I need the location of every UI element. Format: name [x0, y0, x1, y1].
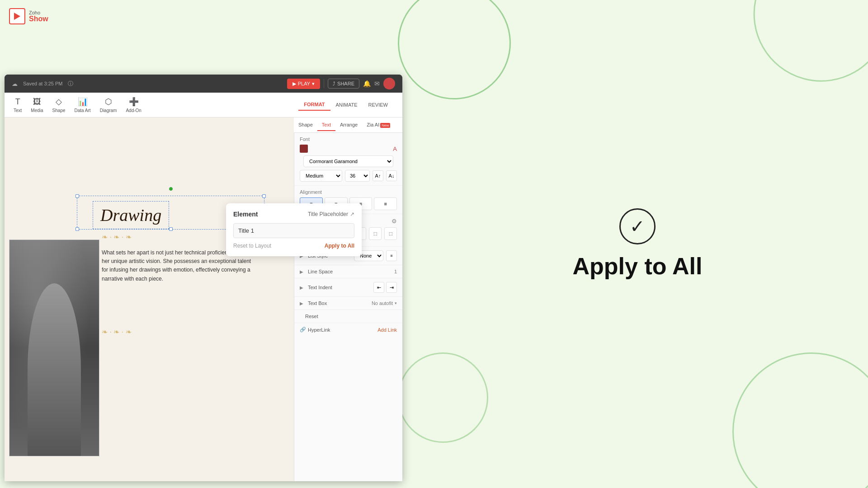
line-space-section[interactable]: ▶ Line Space 1: [294, 265, 402, 278]
slide-canvas: ❧ · ❧ · ❧ Drawing What sets her apart is…: [5, 117, 294, 481]
font-name-row: Cormorant Garamond: [300, 155, 397, 167]
share-icon: ⤴: [333, 81, 335, 86]
handle-tl[interactable]: [75, 194, 79, 198]
toolbar-diagram[interactable]: ⬡ Diagram: [100, 97, 117, 113]
popup-input-row: [233, 223, 354, 238]
direction-btn-3[interactable]: ⬚: [384, 227, 397, 240]
text-tool-icon: T: [15, 97, 20, 107]
diagram-tool-label: Diagram: [100, 108, 117, 113]
bell-icon[interactable]: 🔔: [363, 80, 371, 87]
text-indent-section[interactable]: ▶ Text Indent ⇤ ⇥: [294, 278, 402, 297]
mail-icon[interactable]: ✉: [374, 80, 380, 87]
share-label: SHARE: [337, 81, 354, 86]
popup-placeholder: Title Placeholder ↗: [308, 211, 354, 217]
font-size-select[interactable]: 36: [345, 170, 370, 182]
logo-show: Show: [29, 15, 48, 23]
indent-decrease-btn[interactable]: ⇤: [373, 282, 384, 293]
toolbar-shape[interactable]: ◇ Shape: [52, 97, 66, 113]
logo-icon: [9, 8, 25, 24]
media-tool-label: Media: [31, 108, 43, 113]
font-size-decrease[interactable]: A↓: [386, 170, 397, 181]
placeholder-label: Title Placeholder: [308, 211, 348, 217]
editor-window: ☁ Saved at 3:25 PM ⓘ ▶ PLAY ▾ ⤴ SHARE 🔔 …: [5, 75, 402, 481]
topbar-right: ▶ PLAY ▾ ⤴ SHARE 🔔 ✉: [287, 78, 395, 89]
avatar[interactable]: [383, 78, 395, 89]
text-box-section[interactable]: ▶ Text Box No autofit ▾: [294, 297, 402, 310]
popup-reset-button[interactable]: Reset to Layout: [233, 243, 271, 249]
indent-buttons: ⇤ ⇥: [373, 282, 397, 293]
feature-section: ✓ Apply to All: [407, 0, 868, 488]
font-name-select[interactable]: Cormorant Garamond: [303, 155, 393, 167]
toolbar-media[interactable]: 🖼 Media: [31, 97, 43, 113]
logo-zoho: Zoho: [29, 10, 48, 15]
tab-text[interactable]: Text: [317, 119, 335, 131]
tab-ziaai[interactable]: Zia AINew: [362, 119, 395, 131]
new-badge: New: [380, 123, 390, 128]
external-link-icon[interactable]: ↗: [350, 211, 354, 217]
reset-row: Reset: [294, 310, 402, 323]
info-icon: ⓘ: [68, 80, 73, 88]
shape-tool-icon: ◇: [56, 97, 62, 107]
slide-title[interactable]: Drawing: [93, 201, 169, 229]
font-color-picker[interactable]: [300, 145, 308, 153]
tab-format[interactable]: FORMAT: [298, 99, 330, 111]
text-box-label: Text Box: [308, 300, 327, 306]
toolbar: T Text 🖼 Media ◇ Shape 📊 Data Art ⬡ Diag…: [5, 93, 402, 117]
checkmark-icon: ✓: [630, 216, 645, 237]
font-section: Font A Cormorant Garamond Medium 36 A↑ A…: [294, 133, 402, 186]
align-justify-btn[interactable]: ≡: [374, 197, 397, 210]
dataart-tool-icon: 📊: [78, 97, 88, 107]
media-tool-icon: 🖼: [33, 97, 41, 107]
play-button[interactable]: ▶ PLAY ▾: [287, 79, 320, 89]
link-icon: 🔗: [300, 327, 306, 333]
share-button[interactable]: ⤴ SHARE: [328, 79, 359, 89]
diagram-tool-icon: ⬡: [105, 97, 112, 107]
direction-btn-2[interactable]: ⬚: [369, 227, 382, 240]
tab-arrange[interactable]: Arrange: [335, 119, 362, 131]
divider: [324, 79, 324, 88]
play-label: PLAY: [298, 81, 310, 86]
line-space-chevron-icon: ▶: [300, 269, 303, 274]
handle-bl[interactable]: [75, 227, 79, 231]
logo-text: Zoho Show: [29, 10, 48, 23]
topbar-left: ☁ Saved at 3:25 PM ⓘ: [12, 80, 73, 88]
popup-title: Element: [233, 211, 258, 218]
tab-animate[interactable]: ANIMATE: [330, 99, 363, 110]
handle-rotate[interactable]: [169, 187, 173, 191]
logo-play-icon: [14, 13, 20, 20]
indent-increase-btn[interactable]: ⇥: [386, 282, 397, 293]
reset-button[interactable]: Reset: [300, 312, 324, 321]
dataart-tool-label: Data Art: [75, 108, 91, 113]
addon-tool-icon: ➕: [129, 97, 139, 107]
direction-settings-icon[interactable]: ⚙: [392, 218, 397, 225]
tab-shape[interactable]: Shape: [294, 119, 317, 131]
shape-tool-label: Shape: [52, 108, 66, 113]
feature-title: Apply to All: [573, 253, 703, 279]
photo-figure: [28, 283, 81, 456]
font-weight-select[interactable]: Medium: [300, 170, 342, 182]
font-case-icon[interactable]: A: [393, 145, 397, 152]
list-style-btn[interactable]: ≡: [386, 250, 397, 261]
popup-actions: Reset to Layout Apply to All: [233, 243, 354, 249]
line-space-label: Line Space: [308, 269, 333, 274]
editor-topbar: ☁ Saved at 3:25 PM ⓘ ▶ PLAY ▾ ⤴ SHARE 🔔 …: [5, 75, 402, 93]
format-panel: Font A Cormorant Garamond Medium 36 A↑ A…: [294, 133, 402, 481]
font-section-label: Font: [300, 136, 397, 142]
element-name-input[interactable]: [233, 223, 354, 238]
saved-status: Saved at 3:25 PM: [23, 81, 62, 86]
handle-tr[interactable]: [262, 194, 266, 198]
font-size-increase[interactable]: A↑: [373, 170, 383, 181]
toolbar-dataart[interactable]: 📊 Data Art: [75, 97, 91, 113]
add-link-button[interactable]: Add Link: [377, 327, 397, 333]
line-space-value: 1: [394, 269, 397, 274]
popup-apply-button[interactable]: Apply to All: [325, 243, 354, 249]
text-box-value: No autofit: [372, 300, 393, 306]
handle-bm[interactable]: [169, 227, 173, 231]
addon-tool-label: Add-On: [126, 108, 141, 113]
toolbar-addon[interactable]: ➕ Add-On: [126, 97, 141, 113]
text-indent-label: Text Indent: [308, 285, 332, 290]
tab-review[interactable]: REVIEW: [363, 99, 393, 110]
play-chevron-icon: ▾: [312, 81, 315, 87]
toolbar-text[interactable]: T Text: [14, 97, 22, 113]
text-box-chevron-icon: ▶: [300, 301, 303, 306]
